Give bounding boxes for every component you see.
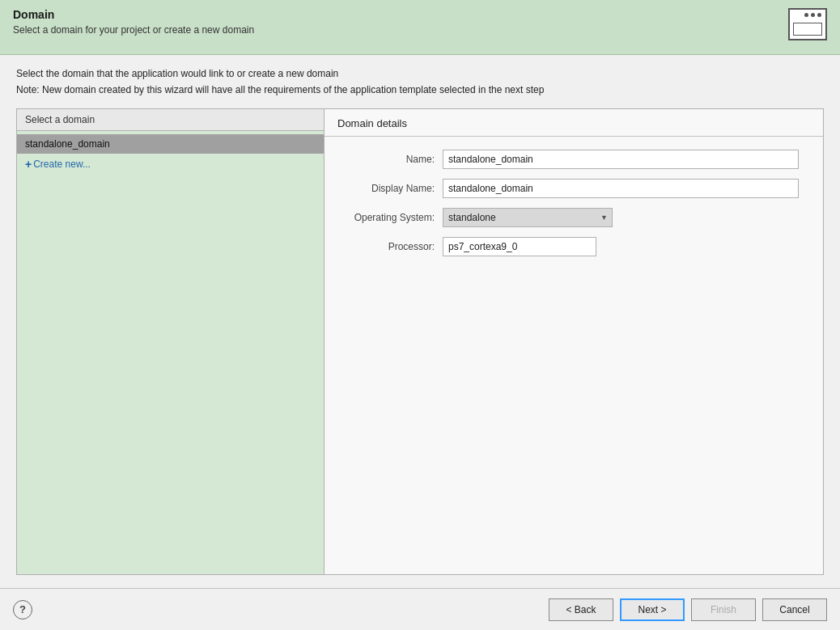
- name-label: Name:: [337, 154, 443, 165]
- name-row: Name:: [337, 150, 810, 169]
- dot-1: [804, 13, 808, 17]
- processor-input[interactable]: [443, 237, 596, 256]
- help-button[interactable]: ?: [13, 600, 32, 619]
- left-panel: Select a domain standalone_domain + Crea…: [17, 109, 325, 574]
- dot-2: [811, 13, 815, 17]
- back-button[interactable]: < Back: [549, 598, 613, 621]
- os-label: Operating System:: [337, 212, 443, 223]
- wizard-header: Domain Select a domain for your project …: [0, 0, 840, 55]
- processor-row: Processor:: [337, 237, 810, 256]
- note-text: Note: New domain created by this wizard …: [16, 84, 824, 95]
- domain-details-header: Domain details: [325, 109, 823, 137]
- dot-3: [817, 13, 821, 17]
- description-text: Select the domain that the application w…: [16, 68, 824, 79]
- wizard-footer: ? < Back Next > Finish Cancel: [0, 588, 840, 630]
- create-new-button[interactable]: + Create new...: [17, 154, 324, 175]
- next-button[interactable]: Next >: [620, 598, 685, 621]
- window-dots: [800, 10, 825, 20]
- form-area: Name: Display Name: Operating System: st…: [325, 137, 823, 279]
- main-content: Select the domain that the application w…: [0, 55, 840, 588]
- footer-right: < Back Next > Finish Cancel: [549, 598, 827, 621]
- processor-label: Processor:: [337, 241, 443, 252]
- create-new-label: Create new...: [33, 159, 91, 170]
- window-icon: [788, 8, 827, 40]
- display-name-input[interactable]: [443, 179, 799, 198]
- footer-left: ?: [13, 600, 32, 619]
- display-name-row: Display Name:: [337, 179, 810, 198]
- display-name-label: Display Name:: [337, 183, 443, 194]
- right-panel: Domain details Name: Display Name: Opera…: [325, 109, 823, 574]
- content-panel: Select a domain standalone_domain + Crea…: [16, 108, 824, 575]
- domain-item-standalone[interactable]: standalone_domain: [17, 134, 324, 154]
- domain-list: standalone_domain + Create new...: [17, 131, 324, 178]
- domain-list-header: Select a domain: [17, 109, 324, 131]
- os-row: Operating System: standalone: [337, 208, 810, 227]
- header-subtitle: Select a domain for your project or crea…: [13, 24, 254, 36]
- create-new-plus-icon: +: [25, 158, 32, 171]
- cancel-button[interactable]: Cancel: [762, 598, 827, 621]
- finish-button[interactable]: Finish: [691, 598, 756, 621]
- os-select-wrapper: standalone: [443, 208, 613, 227]
- window-inner: [793, 23, 822, 36]
- os-select[interactable]: standalone: [443, 208, 613, 227]
- header-text-block: Domain Select a domain for your project …: [13, 8, 254, 36]
- header-title: Domain: [13, 8, 254, 21]
- name-input[interactable]: [443, 150, 799, 169]
